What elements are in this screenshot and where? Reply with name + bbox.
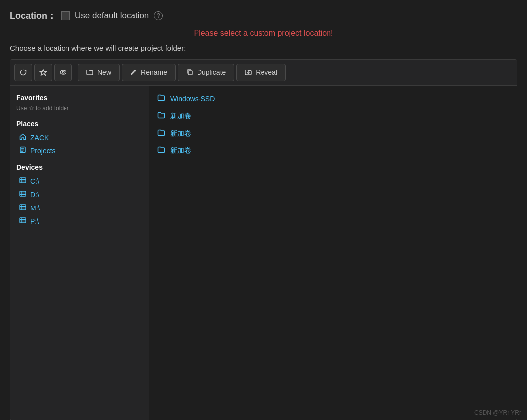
drive-c-icon bbox=[19, 177, 26, 185]
drive-m-icon bbox=[19, 204, 26, 212]
places-title: Places bbox=[16, 120, 143, 128]
svg-rect-20 bbox=[20, 218, 26, 223]
folder-label: 新加卷 bbox=[170, 146, 191, 155]
refresh-icon bbox=[19, 69, 27, 76]
svg-rect-12 bbox=[20, 191, 26, 196]
browser-body: Favorites Use ☆ to add folder Places bbox=[10, 86, 517, 420]
location-row: Location： Use default location ? bbox=[10, 10, 517, 22]
sidebar: Favorites Use ☆ to add folder Places bbox=[10, 86, 149, 420]
watermark: CSDN @YRr YRr bbox=[474, 409, 521, 416]
duplicate-icon bbox=[186, 69, 193, 76]
svg-marker-0 bbox=[40, 70, 47, 75]
sidebar-item-d[interactable]: D:\ bbox=[16, 188, 143, 201]
sidebar-item-zack[interactable]: ZACK bbox=[16, 131, 143, 144]
svg-rect-8 bbox=[20, 178, 26, 183]
new-button[interactable]: New bbox=[78, 64, 120, 81]
list-item[interactable]: Windows-SSD bbox=[149, 90, 517, 107]
sidebar-label-m: M:\ bbox=[30, 204, 40, 212]
help-icon[interactable]: ? bbox=[154, 11, 163, 20]
folder-label: 新加卷 bbox=[170, 112, 191, 121]
rename-label: Rename bbox=[141, 69, 167, 76]
toolbar: New Rename Duplicate bbox=[10, 60, 517, 86]
reveal-label: Reveal bbox=[256, 69, 277, 76]
favorites-section: Favorites Use ☆ to add folder bbox=[16, 94, 143, 112]
svg-point-1 bbox=[60, 70, 66, 74]
rename-button[interactable]: Rename bbox=[122, 64, 176, 81]
sidebar-item-p[interactable]: P:\ bbox=[16, 214, 143, 228]
home-icon bbox=[19, 133, 26, 141]
bookmark-icon bbox=[19, 146, 26, 155]
folder-icon bbox=[157, 111, 165, 121]
svg-rect-3 bbox=[188, 71, 192, 75]
file-browser: New Rename Duplicate bbox=[10, 59, 517, 420]
devices-section: Devices C:\ bbox=[16, 163, 143, 228]
main-content: Windows-SSD 新加卷 新加 bbox=[149, 86, 517, 420]
use-default-checkbox[interactable] bbox=[61, 11, 70, 20]
location-label: Location： bbox=[10, 10, 56, 22]
list-item[interactable]: 新加卷 bbox=[149, 107, 517, 125]
sidebar-label-projects: Projects bbox=[30, 147, 56, 155]
eye-icon bbox=[59, 69, 67, 76]
duplicate-label: Duplicate bbox=[197, 69, 226, 76]
favorite-button[interactable] bbox=[34, 64, 52, 81]
sidebar-item-c[interactable]: C:\ bbox=[16, 174, 143, 188]
list-item[interactable]: 新加卷 bbox=[149, 125, 517, 142]
sidebar-item-projects[interactable]: Projects bbox=[16, 144, 143, 157]
places-section: Places ZACK bbox=[16, 120, 143, 157]
sidebar-label-d: D:\ bbox=[30, 191, 39, 199]
refresh-button[interactable] bbox=[14, 64, 32, 81]
folder-icon bbox=[157, 129, 165, 138]
reveal-button[interactable]: Reveal bbox=[236, 64, 286, 81]
sidebar-label-zack: ZACK bbox=[30, 134, 49, 141]
new-folder-icon bbox=[86, 69, 93, 76]
favorites-hint: Use ☆ to add folder bbox=[16, 105, 143, 112]
drive-p-icon bbox=[19, 217, 26, 225]
sidebar-label-c: C:\ bbox=[30, 177, 39, 185]
sidebar-item-m[interactable]: M:\ bbox=[16, 201, 143, 214]
favorites-title: Favorites bbox=[16, 94, 143, 102]
folder-icon bbox=[157, 146, 165, 155]
folder-icon bbox=[157, 94, 165, 103]
eye-button[interactable] bbox=[54, 64, 72, 81]
svg-rect-16 bbox=[20, 205, 26, 210]
sidebar-label-p: P:\ bbox=[30, 217, 39, 225]
rename-icon bbox=[130, 69, 137, 76]
choose-location-text: Choose a location where we will create p… bbox=[10, 44, 517, 52]
reveal-icon bbox=[245, 69, 252, 76]
list-item[interactable]: 新加卷 bbox=[149, 142, 517, 159]
new-label: New bbox=[97, 69, 111, 76]
devices-title: Devices bbox=[16, 163, 143, 171]
use-default-label: Use default location bbox=[75, 11, 149, 21]
folder-label: 新加卷 bbox=[170, 129, 191, 138]
drive-d-icon bbox=[19, 190, 26, 199]
error-message: Please select a custom project location! bbox=[10, 29, 517, 38]
folder-label: Windows-SSD bbox=[170, 95, 215, 103]
svg-point-2 bbox=[62, 71, 64, 73]
duplicate-button[interactable]: Duplicate bbox=[178, 64, 234, 81]
star-icon bbox=[39, 69, 47, 76]
